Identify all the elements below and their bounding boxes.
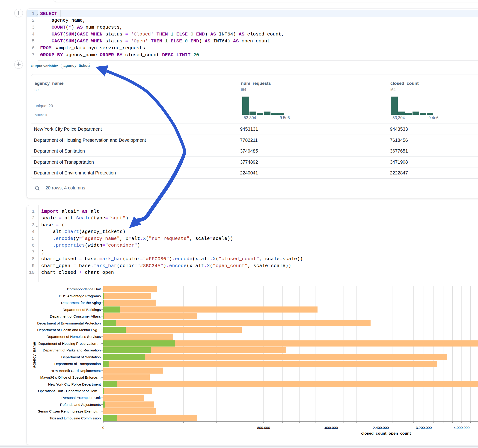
svg-text:4,000,000: 4,000,000 <box>454 426 470 429</box>
svg-text:800,000: 800,000 <box>257 426 270 429</box>
svg-text:Refunds and Adjustments: Refunds and Adjustments <box>60 403 101 406</box>
svg-text:Mayorâ€ s Office of Special En: Mayorâ€ s Office of Special Enforce… <box>40 375 101 379</box>
svg-text:Operations Unit - Department o: Operations Unit - Department of Hom… <box>38 389 101 393</box>
svg-text:Department of Buildings: Department of Buildings <box>63 308 101 311</box>
svg-text:Department of Homeless Service: Department of Homeless Services <box>47 335 101 339</box>
svg-text:0: 0 <box>102 426 104 429</box>
svg-text:Department of Transportation: Department of Transportation <box>54 362 101 366</box>
svg-text:New York City Police Departmen: New York City Police Department <box>48 382 101 386</box>
svg-text:Department of Housing Preserva: Department of Housing Preservation … <box>38 342 101 345</box>
svg-text:Senior Citizen Rent Increase E: Senior Citizen Rent Increase Exempti… <box>38 409 101 413</box>
svg-text:agency_name: agency_name <box>32 342 37 368</box>
svg-text:Department of Sanitation: Department of Sanitation <box>61 355 101 359</box>
svg-text:closed_count, open_count: closed_count, open_count <box>361 431 411 436</box>
svg-text:DHS Advantage Programs: DHS Advantage Programs <box>59 294 101 298</box>
svg-text:HRA Benefit Card Replacement: HRA Benefit Card Replacement <box>50 369 101 373</box>
svg-text:Department of Environmental Pr: Department of Environmental Protection <box>37 321 101 325</box>
svg-text:Department of Parks and Recrea: Department of Parks and Recreation <box>43 348 101 352</box>
svg-text:Department for the Aging: Department for the Aging <box>61 301 101 305</box>
svg-text:Taxi and Limousine Commission: Taxi and Limousine Commission <box>50 416 101 420</box>
svg-text:3,200,000: 3,200,000 <box>416 426 432 429</box>
svg-text:2,400,000: 2,400,000 <box>373 426 389 429</box>
svg-text:Department of Health and Menta: Department of Health and Mental Hyg… <box>37 328 101 332</box>
svg-text:Personal Exemption Unit: Personal Exemption Unit <box>61 396 101 400</box>
svg-text:Correspondence Unit: Correspondence Unit <box>67 287 101 291</box>
svg-text:Department of Consumer Affairs: Department of Consumer Affairs <box>50 314 101 318</box>
svg-text:1,600,000: 1,600,000 <box>322 426 338 429</box>
